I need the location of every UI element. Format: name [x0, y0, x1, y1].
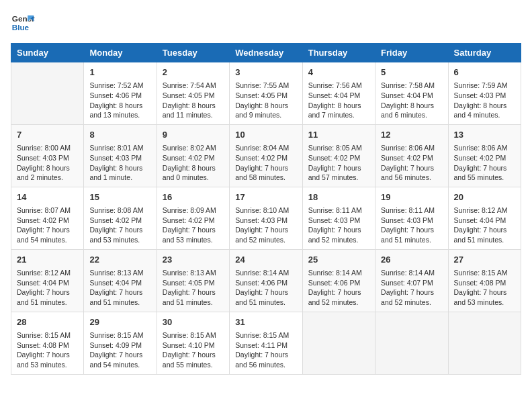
day-header-thursday: Thursday [302, 44, 375, 62]
day-number: 20 [454, 191, 515, 203]
calendar-cell: 28Sunrise: 8:15 AMSunset: 4:08 PMDayligh… [11, 312, 84, 374]
calendar-cell: 20Sunrise: 8:12 AMSunset: 4:04 PMDayligh… [448, 187, 521, 249]
day-info: Sunrise: 8:13 AMSunset: 4:05 PMDaylight:… [163, 268, 224, 308]
calendar-cell [375, 312, 448, 374]
day-number: 15 [89, 191, 150, 203]
day-info: Sunrise: 8:12 AMSunset: 4:04 PMDaylight:… [454, 205, 515, 245]
day-number: 3 [235, 66, 296, 79]
day-info: Sunrise: 7:55 AMSunset: 4:05 PMDaylight:… [235, 81, 296, 120]
day-number: 14 [17, 191, 78, 203]
calendar-cell: 11Sunrise: 8:05 AMSunset: 4:02 PMDayligh… [302, 124, 375, 187]
day-number: 6 [454, 66, 515, 79]
calendar-cell: 25Sunrise: 8:14 AMSunset: 4:06 PMDayligh… [302, 249, 375, 312]
day-number: 11 [308, 129, 369, 141]
calendar-cell: 8Sunrise: 8:01 AMSunset: 4:03 PMDaylight… [84, 124, 157, 187]
day-info: Sunrise: 8:14 AMSunset: 4:06 PMDaylight:… [308, 268, 369, 308]
logo-icon: General Blue [11, 11, 35, 35]
calendar-table: SundayMondayTuesdayWednesdayThursdayFrid… [11, 43, 521, 375]
day-info: Sunrise: 8:15 AMSunset: 4:11 PMDaylight:… [235, 330, 296, 370]
calendar-cell: 19Sunrise: 8:11 AMSunset: 4:03 PMDayligh… [375, 187, 448, 249]
day-number: 9 [163, 129, 224, 141]
calendar-cell: 26Sunrise: 8:14 AMSunset: 4:07 PMDayligh… [375, 249, 448, 312]
calendar-header-row: SundayMondayTuesdayWednesdayThursdayFrid… [11, 44, 521, 62]
day-number: 12 [381, 129, 442, 141]
calendar-cell: 6Sunrise: 7:59 AMSunset: 4:03 PMDaylight… [448, 62, 521, 125]
day-number: 25 [308, 254, 369, 266]
day-number: 23 [163, 254, 224, 266]
calendar-cell: 9Sunrise: 8:02 AMSunset: 4:02 PMDaylight… [157, 124, 229, 187]
calendar-cell: 14Sunrise: 8:07 AMSunset: 4:02 PMDayligh… [11, 187, 84, 249]
day-header-wednesday: Wednesday [230, 44, 302, 62]
calendar-cell: 23Sunrise: 8:13 AMSunset: 4:05 PMDayligh… [157, 249, 229, 312]
day-info: Sunrise: 8:12 AMSunset: 4:04 PMDaylight:… [17, 268, 78, 308]
day-info: Sunrise: 7:54 AMSunset: 4:05 PMDaylight:… [163, 81, 224, 120]
day-info: Sunrise: 8:15 AMSunset: 4:10 PMDaylight:… [163, 330, 224, 370]
day-info: Sunrise: 8:11 AMSunset: 4:03 PMDaylight:… [308, 205, 369, 245]
day-number: 8 [89, 129, 150, 141]
day-header-monday: Monday [84, 44, 157, 62]
logo: General Blue [11, 11, 35, 35]
calendar-cell: 2Sunrise: 7:54 AMSunset: 4:05 PMDaylight… [157, 62, 229, 125]
calendar-cell [11, 62, 84, 125]
day-info: Sunrise: 8:15 AMSunset: 4:08 PMDaylight:… [454, 268, 515, 308]
day-info: Sunrise: 8:07 AMSunset: 4:02 PMDaylight:… [17, 205, 78, 245]
day-number: 31 [235, 316, 296, 328]
day-info: Sunrise: 8:13 AMSunset: 4:04 PMDaylight:… [89, 268, 150, 308]
calendar-cell: 27Sunrise: 8:15 AMSunset: 4:08 PMDayligh… [448, 249, 521, 312]
calendar-cell: 13Sunrise: 8:06 AMSunset: 4:02 PMDayligh… [448, 124, 521, 187]
day-number: 29 [89, 316, 150, 328]
day-info: Sunrise: 8:01 AMSunset: 4:03 PMDaylight:… [89, 143, 150, 183]
calendar-cell: 21Sunrise: 8:12 AMSunset: 4:04 PMDayligh… [11, 249, 84, 312]
calendar-cell: 1Sunrise: 7:52 AMSunset: 4:06 PMDaylight… [84, 62, 157, 125]
day-number: 4 [308, 66, 369, 79]
calendar-week-4: 21Sunrise: 8:12 AMSunset: 4:04 PMDayligh… [11, 249, 521, 312]
day-number: 10 [235, 129, 296, 141]
day-number: 27 [454, 254, 515, 266]
day-info: Sunrise: 8:11 AMSunset: 4:03 PMDaylight:… [381, 205, 442, 245]
day-info: Sunrise: 8:02 AMSunset: 4:02 PMDaylight:… [163, 143, 224, 183]
calendar-cell: 4Sunrise: 7:56 AMSunset: 4:04 PMDaylight… [302, 62, 375, 125]
calendar-week-3: 14Sunrise: 8:07 AMSunset: 4:02 PMDayligh… [11, 187, 521, 249]
day-header-tuesday: Tuesday [157, 44, 229, 62]
day-number: 24 [235, 254, 296, 266]
calendar-cell: 18Sunrise: 8:11 AMSunset: 4:03 PMDayligh… [302, 187, 375, 249]
calendar-cell: 7Sunrise: 8:00 AMSunset: 4:03 PMDaylight… [11, 124, 84, 187]
calendar-cell: 17Sunrise: 8:10 AMSunset: 4:03 PMDayligh… [230, 187, 302, 249]
calendar-week-5: 28Sunrise: 8:15 AMSunset: 4:08 PMDayligh… [11, 312, 521, 374]
day-number: 18 [308, 191, 369, 203]
day-header-friday: Friday [375, 44, 448, 62]
day-header-saturday: Saturday [448, 44, 521, 62]
day-info: Sunrise: 7:58 AMSunset: 4:04 PMDaylight:… [381, 81, 442, 120]
day-number: 1 [89, 66, 150, 79]
day-header-sunday: Sunday [11, 44, 84, 62]
calendar-cell: 15Sunrise: 8:08 AMSunset: 4:02 PMDayligh… [84, 187, 157, 249]
day-info: Sunrise: 8:15 AMSunset: 4:08 PMDaylight:… [17, 330, 78, 370]
svg-text:Blue: Blue [12, 23, 30, 32]
calendar-week-1: 1Sunrise: 7:52 AMSunset: 4:06 PMDaylight… [11, 62, 521, 125]
day-number: 21 [17, 254, 78, 266]
day-number: 19 [381, 191, 442, 203]
day-number: 5 [381, 66, 442, 79]
calendar-cell: 29Sunrise: 8:15 AMSunset: 4:09 PMDayligh… [84, 312, 157, 374]
calendar-week-2: 7Sunrise: 8:00 AMSunset: 4:03 PMDaylight… [11, 124, 521, 187]
day-info: Sunrise: 8:09 AMSunset: 4:02 PMDaylight:… [163, 205, 224, 245]
calendar-cell: 5Sunrise: 7:58 AMSunset: 4:04 PMDaylight… [375, 62, 448, 125]
day-number: 13 [454, 129, 515, 141]
day-number: 22 [89, 254, 150, 266]
calendar-cell: 24Sunrise: 8:14 AMSunset: 4:06 PMDayligh… [230, 249, 302, 312]
day-info: Sunrise: 8:00 AMSunset: 4:03 PMDaylight:… [17, 143, 78, 183]
calendar-cell: 16Sunrise: 8:09 AMSunset: 4:02 PMDayligh… [157, 187, 229, 249]
day-info: Sunrise: 8:08 AMSunset: 4:02 PMDaylight:… [89, 205, 150, 245]
page-header: General Blue [11, 11, 521, 35]
calendar-cell: 12Sunrise: 8:06 AMSunset: 4:02 PMDayligh… [375, 124, 448, 187]
day-number: 7 [17, 129, 78, 141]
day-info: Sunrise: 8:15 AMSunset: 4:09 PMDaylight:… [89, 330, 150, 370]
day-info: Sunrise: 8:06 AMSunset: 4:02 PMDaylight:… [381, 143, 442, 183]
day-info: Sunrise: 8:10 AMSunset: 4:03 PMDaylight:… [235, 205, 296, 245]
calendar-cell [302, 312, 375, 374]
day-info: Sunrise: 7:59 AMSunset: 4:03 PMDaylight:… [454, 81, 515, 120]
day-number: 2 [163, 66, 224, 79]
day-number: 26 [381, 254, 442, 266]
calendar-cell: 31Sunrise: 8:15 AMSunset: 4:11 PMDayligh… [230, 312, 302, 374]
calendar-cell [448, 312, 521, 374]
